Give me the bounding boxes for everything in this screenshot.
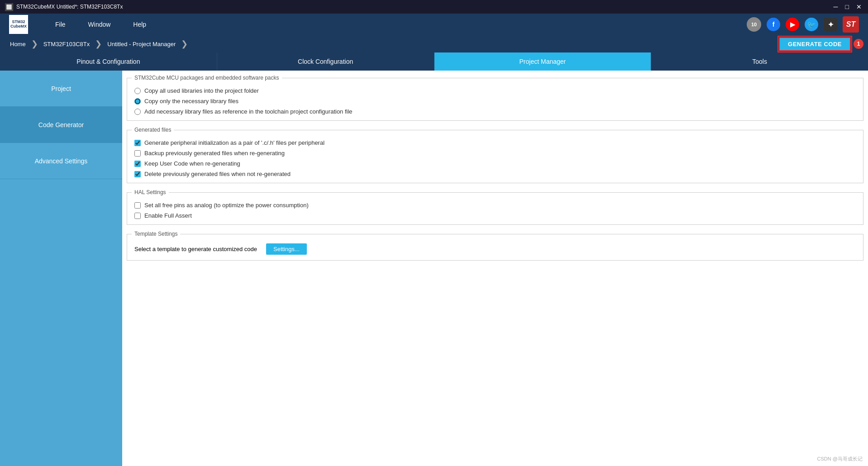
checkbox-delete-files[interactable]: Delete previously generated files when n…	[134, 171, 856, 177]
content-area: Project Code Generator Advanced Settings…	[0, 71, 868, 466]
menu-help[interactable]: Help	[133, 21, 146, 28]
sidebar-item-advanced-settings-label: Advanced Settings	[35, 157, 88, 165]
window-title: STM32CubeMX Untitled*: STM32F103C8Tx	[16, 4, 123, 10]
notification-badge: 1	[854, 39, 863, 49]
checkbox-full-assert-input[interactable]	[134, 213, 141, 219]
title-bar-controls: ─ □ ✕	[832, 3, 863, 10]
breadcrumb-items: Home ❯ STM32F103C8Tx ❯ Untitled - Projec…	[5, 35, 188, 52]
mcu-radio-group: Copy all used libraries into the project…	[134, 87, 856, 115]
tab-clock[interactable]: Clock Configuration	[217, 52, 434, 71]
breadcrumb-sep-1: ❯	[31, 39, 38, 49]
radio-copy-all-label: Copy all used libraries into the project…	[144, 87, 259, 94]
hal-checkbox-group: Set all free pins as analog (to optimize…	[134, 202, 856, 219]
app-logo: STM32CubeMX	[9, 15, 28, 34]
sidebar-item-project-label: Project	[51, 85, 71, 92]
generate-code-button[interactable]: GENERATE CODE	[779, 37, 851, 51]
maximize-button[interactable]: □	[844, 3, 851, 10]
breadcrumb-project[interactable]: Untitled - Project Manager	[102, 35, 181, 52]
radio-copy-necessary-label: Copy only the necessary library files	[144, 98, 238, 105]
mcu-packages-title: STM32Cube MCU packages and embedded soft…	[132, 75, 282, 81]
menu-file[interactable]: File	[55, 21, 66, 28]
menu-items: File Window Help	[55, 21, 146, 28]
logo-text: STM32CubeMX	[10, 20, 27, 29]
facebook-icon[interactable]: f	[767, 18, 780, 31]
generated-files-title: Generated files	[132, 127, 174, 133]
close-button[interactable]: ✕	[854, 3, 863, 10]
breadcrumb-home[interactable]: Home	[5, 35, 31, 52]
template-select-label: Select a template to generate customized…	[134, 246, 257, 252]
checkbox-backup-files[interactable]: Backup previously generated files when r…	[134, 150, 856, 157]
tab-tools-label: Tools	[752, 58, 767, 65]
breadcrumb-sep-3: ❯	[181, 39, 188, 49]
radio-add-reference[interactable]: Add necessary library files as reference…	[134, 108, 856, 115]
template-settings-content: Select a template to generate customized…	[134, 240, 856, 255]
checkbox-keep-user-code-input[interactable]	[134, 161, 141, 167]
sidebar-item-project[interactable]: Project	[0, 71, 122, 107]
menu-bar: STM32CubeMX File Window Help 10 f ▶ 🐦 ✦ …	[0, 14, 868, 35]
logo-area: STM32CubeMX	[9, 15, 28, 34]
checkbox-keep-user-code[interactable]: Keep User Code when re-generating	[134, 160, 856, 167]
tab-project-manager-label: Project Manager	[520, 58, 566, 65]
hal-settings-section: HAL Settings Set all free pins as analog…	[127, 192, 863, 225]
checkbox-full-assert-label: Enable Full Assert	[144, 212, 192, 219]
tab-tools[interactable]: Tools	[651, 52, 868, 71]
tab-clock-label: Clock Configuration	[298, 58, 353, 65]
main-tabs: Pinout & Configuration Clock Configurati…	[0, 52, 868, 71]
twitter-icon[interactable]: 🐦	[805, 18, 818, 31]
sidebar-item-advanced-settings[interactable]: Advanced Settings	[0, 143, 122, 179]
menu-window[interactable]: Window	[88, 21, 111, 28]
generated-files-checkbox-group: Generate peripheral initialization as a …	[134, 139, 856, 177]
checkbox-peripheral-init-input[interactable]	[134, 140, 141, 146]
checkbox-backup-files-label: Backup previously generated files when r…	[144, 150, 285, 157]
main-content: STM32Cube MCU packages and embedded soft…	[122, 71, 868, 466]
checkbox-backup-files-input[interactable]	[134, 150, 141, 157]
title-bar: 🔲 STM32CubeMX Untitled*: STM32F103C8Tx ─…	[0, 0, 868, 14]
radio-copy-all[interactable]: Copy all used libraries into the project…	[134, 87, 856, 94]
breadcrumb-sep-2: ❯	[95, 39, 102, 49]
badge-10-icon[interactable]: 10	[747, 17, 761, 32]
radio-copy-necessary[interactable]: Copy only the necessary library files	[134, 98, 856, 105]
sidebar-item-code-generator-label: Code Generator	[38, 121, 84, 128]
checkbox-free-pins[interactable]: Set all free pins as analog (to optimize…	[134, 202, 856, 209]
hal-settings-title: HAL Settings	[132, 189, 169, 195]
template-row: Select a template to generate customized…	[134, 243, 856, 255]
tab-pinout[interactable]: Pinout & Configuration	[0, 52, 217, 71]
generated-files-content: Generate peripheral initialization as a …	[134, 136, 856, 177]
checkbox-delete-files-label: Delete previously generated files when n…	[144, 171, 291, 177]
checkbox-keep-user-code-label: Keep User Code when re-generating	[144, 160, 240, 167]
tab-project-manager[interactable]: Project Manager	[434, 52, 652, 71]
tab-pinout-label: Pinout & Configuration	[76, 58, 140, 65]
radio-add-reference-input[interactable]	[134, 109, 141, 115]
menu-bar-left: STM32CubeMX File Window Help	[9, 15, 146, 34]
checkbox-free-pins-input[interactable]	[134, 202, 141, 209]
checkbox-full-assert[interactable]: Enable Full Assert	[134, 212, 856, 219]
youtube-icon[interactable]: ▶	[786, 18, 799, 31]
radio-add-reference-label: Add necessary library files as reference…	[144, 108, 353, 115]
checkbox-free-pins-label: Set all free pins as analog (to optimize…	[144, 202, 309, 209]
generate-btn-area: GENERATE CODE 1	[779, 37, 863, 51]
sidebar: Project Code Generator Advanced Settings	[0, 71, 122, 466]
radio-copy-necessary-input[interactable]	[134, 98, 141, 105]
st-icon[interactable]: ST	[843, 16, 859, 33]
mcu-packages-section: STM32Cube MCU packages and embedded soft…	[127, 78, 863, 121]
watermark: CSDN @马哥成长记	[817, 456, 863, 462]
template-settings-section: Template Settings Select a template to g…	[127, 234, 863, 261]
title-bar-left: 🔲 STM32CubeMX Untitled*: STM32F103C8Tx	[5, 3, 123, 11]
network-icon[interactable]: ✦	[824, 18, 837, 31]
hal-settings-content: Set all free pins as analog (to optimize…	[134, 198, 856, 219]
radio-copy-all-input[interactable]	[134, 88, 141, 94]
sidebar-item-code-generator[interactable]: Code Generator	[0, 107, 122, 143]
checkbox-delete-files-input[interactable]	[134, 171, 141, 177]
checkbox-peripheral-init-label: Generate peripheral initialization as a …	[144, 139, 324, 146]
checkbox-peripheral-init[interactable]: Generate peripheral initialization as a …	[134, 139, 856, 146]
template-settings-title: Template Settings	[132, 231, 180, 237]
settings-button[interactable]: Settings...	[266, 243, 307, 255]
breadcrumb-bar: Home ❯ STM32F103C8Tx ❯ Untitled - Projec…	[0, 35, 868, 52]
breadcrumb-chip[interactable]: STM32F103C8Tx	[38, 35, 95, 52]
minimize-button[interactable]: ─	[832, 3, 840, 10]
generated-files-section: Generated files Generate peripheral init…	[127, 130, 863, 183]
menu-bar-right: 10 f ▶ 🐦 ✦ ST	[747, 16, 859, 33]
mcu-packages-content: Copy all used libraries into the project…	[134, 84, 856, 115]
